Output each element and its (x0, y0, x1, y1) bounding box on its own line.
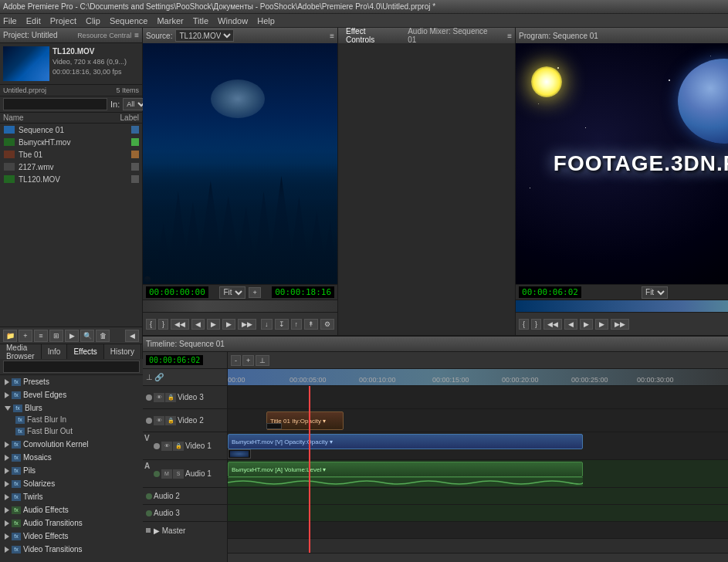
new-bin-btn[interactable]: 📁 (3, 330, 17, 342)
track-clip-audio1[interactable]: ВыпускHT.mov [A] Volume:Level ▾ (228, 462, 583, 477)
project-search-input[interactable] (3, 98, 107, 110)
list-item[interactable]: TL120.MOV (0, 173, 142, 185)
effects-group-audio-effects-header[interactable]: fx Audio Effects (0, 504, 143, 516)
program-step-back[interactable]: ◀ (564, 319, 577, 330)
source-lift[interactable]: ↑ (291, 319, 303, 330)
program-step-fwd[interactable]: ▶ (595, 319, 608, 330)
menu-edit[interactable]: Edit (26, 16, 41, 25)
track-content-audio2[interactable] (228, 488, 728, 504)
source-zoom-in[interactable]: + (249, 287, 260, 298)
source-overwrite[interactable]: ↧ (275, 319, 289, 330)
close-panel-btn[interactable]: ◀ (125, 330, 139, 342)
list-view-btn[interactable]: ≡ (34, 330, 48, 342)
source-panel-menu[interactable]: ≡ (330, 32, 334, 40)
source-timeline-bar[interactable] (143, 300, 337, 312)
source-prev-frame[interactable]: ◀◀ (171, 319, 189, 330)
find-btn[interactable]: 🔍 (80, 330, 94, 342)
tab-history[interactable]: History (104, 344, 141, 359)
link-icon[interactable]: 🔗 (154, 373, 164, 381)
menu-marker[interactable]: Marker (157, 16, 183, 25)
track-mute-btn[interactable]: M (161, 469, 172, 479)
source-time-start[interactable]: 00:00:00:00 (146, 286, 208, 298)
source-play[interactable]: ▶ (207, 319, 220, 330)
effects-group-bevel-header[interactable]: fx Bevel Edges (0, 389, 143, 401)
timeline-zoom-in[interactable]: + (242, 355, 254, 366)
menu-project[interactable]: Project (50, 16, 76, 25)
source-extract[interactable]: ↟ (304, 319, 318, 330)
effects-group-presets-header[interactable]: fx Presets (0, 376, 143, 388)
effects-group-twirls-header[interactable]: fx Twirls (0, 491, 143, 503)
source-time-end[interactable]: 00:00:18:16 (272, 286, 334, 298)
track-content-video2[interactable]: Title 01 Ity:Opacity ▾ (228, 409, 728, 432)
effects-item-fast-blur-in[interactable]: fx Fast Blur In (0, 414, 143, 425)
source-step-fwd[interactable]: ▶ (222, 319, 235, 330)
program-next-frame[interactable]: ▶▶ (611, 319, 629, 330)
source-video[interactable] (143, 43, 337, 284)
source-mark-in[interactable]: { (146, 319, 156, 330)
timeline-scrollbar[interactable] (228, 553, 728, 562)
delete-btn[interactable]: 🗑 (96, 330, 110, 342)
menu-file[interactable]: File (3, 16, 17, 25)
autoplay-btn[interactable]: ▶ (65, 330, 79, 342)
source-step-back[interactable]: ◀ (191, 319, 205, 330)
menu-clip[interactable]: Clip (86, 16, 100, 25)
menu-sequence[interactable]: Sequence (110, 16, 148, 25)
track-clip-video1[interactable]: ВыпускHT.mov [V] Opacity:Opacity ▾ (228, 434, 583, 449)
effects-item-fast-blur-out[interactable]: fx Fast Blur Out (0, 425, 143, 437)
list-item[interactable]: 2127.wmv (0, 161, 142, 173)
resource-central-label[interactable]: Resource Central (77, 32, 131, 39)
program-time-start[interactable]: 00:00:06:02 (519, 286, 581, 298)
source-mark-out[interactable]: } (158, 319, 168, 330)
menu-window[interactable]: Window (218, 16, 248, 25)
playhead-line[interactable] (309, 386, 310, 553)
track-content-audio1[interactable]: ВыпускHT.mov [A] Volume:Level ▾ (228, 460, 728, 487)
source-next-frame[interactable]: ▶▶ (238, 319, 256, 330)
tab-info[interactable]: Info (42, 344, 68, 359)
source-settings[interactable]: ⚙ (320, 319, 334, 330)
program-play[interactable]: ▶ (580, 319, 593, 330)
source-clip-select[interactable]: TL120.MOV (175, 29, 234, 42)
menu-help[interactable]: Help (257, 16, 275, 25)
program-mark-out[interactable]: } (531, 319, 541, 330)
program-timeline-bar[interactable] (516, 300, 728, 312)
track-lock-btn[interactable]: 🔒 (165, 393, 176, 402)
new-item-btn[interactable]: + (19, 330, 32, 342)
program-prev-frame[interactable]: ◀◀ (543, 319, 562, 330)
track-eye-btn[interactable]: 👁 (161, 442, 172, 451)
tab-audio-mixer[interactable]: Audio Mixer: Sequence 01 (403, 26, 501, 45)
effects-group-video-effects-header[interactable]: fx Video Effects (0, 530, 143, 542)
menu-title[interactable]: Title (193, 16, 208, 25)
track-content-master[interactable] (228, 522, 728, 538)
panel-menu-icon[interactable]: ≡ (134, 31, 139, 39)
program-video[interactable]: FOOTAGE.3DN.RU footage.3dn.ru (516, 43, 728, 284)
effects-group-pils-header[interactable]: fx Pils (0, 465, 143, 476)
list-item[interactable]: ВыпускHT.mov (0, 136, 142, 148)
effects-group-convolution-header[interactable]: fx Convolution Kernel (0, 438, 143, 450)
source-insert[interactable]: ↓ (261, 319, 273, 330)
controls-menu[interactable]: ≡ (507, 32, 512, 40)
effects-group-blurs-header[interactable]: fx Blurs (0, 402, 143, 414)
icon-view-btn[interactable]: ⊞ (49, 330, 63, 342)
effects-search-input[interactable] (3, 361, 140, 373)
tab-media-browser[interactable]: Media Browser (0, 344, 42, 359)
track-lock-btn[interactable]: 🔒 (165, 416, 176, 425)
track-content-audio3[interactable] (228, 505, 728, 521)
program-mark-in[interactable]: { (519, 319, 529, 330)
source-zoom-select[interactable]: Fit (219, 286, 245, 299)
track-eye-btn[interactable]: 👁 (154, 416, 164, 425)
effects-group-solarizes-header[interactable]: fx Solarizes (0, 478, 143, 489)
track-content-video1[interactable]: ВыпускHT.mov [V] Opacity:Opacity ▾ (228, 432, 728, 459)
list-item[interactable]: Sequence 01 (0, 124, 142, 136)
track-content-video3[interactable] (228, 386, 728, 408)
timeline-timecode[interactable]: 00:00:06:02 (146, 355, 203, 365)
timeline-snap[interactable]: ⊥ (256, 355, 269, 366)
effects-group-mosaics-header[interactable]: fx Mosaics (0, 452, 143, 463)
effects-group-audio-transitions-header[interactable]: fx Audio Transitions (0, 517, 143, 529)
tab-effects[interactable]: Effects (67, 344, 103, 359)
snap-icon[interactable]: ⊥ (146, 373, 153, 381)
track-lock-btn[interactable]: 🔒 (173, 442, 184, 451)
timeline-ruler[interactable]: 00:00 00:00:05:00 00:00:10:00 00:00:15:0… (228, 369, 728, 386)
timeline-zoom-out[interactable]: - (231, 355, 241, 366)
program-zoom-select[interactable]: Fit (642, 286, 668, 299)
track-solo-btn[interactable]: S (173, 469, 184, 479)
